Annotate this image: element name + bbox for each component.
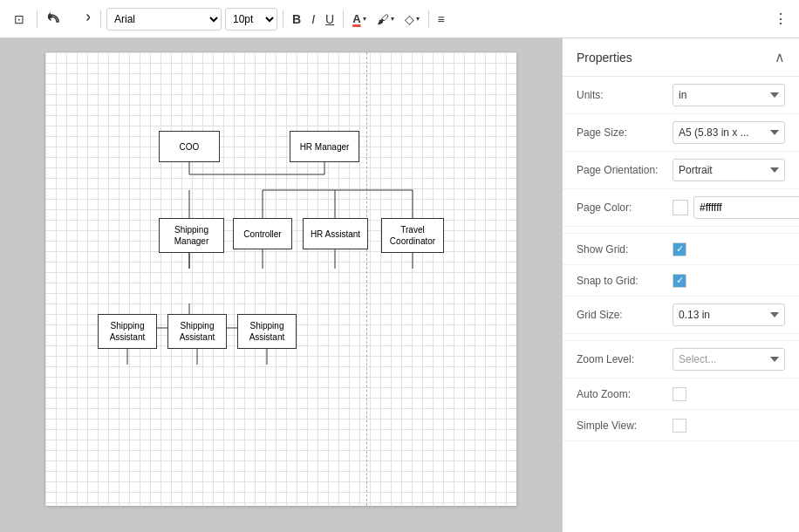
divider-4 (343, 10, 344, 28)
simpleview-checkmark: ✓ (676, 420, 684, 430)
font-color-button[interactable]: A ▾ (349, 7, 369, 31)
line-dropdown-icon: ▾ (416, 15, 420, 23)
prop-zoomlevel-control: Select... 50%75%100%125%150% (673, 348, 785, 371)
gridsize-select[interactable]: 0.13 in0.25 in0.5 in (673, 304, 785, 326)
org-box-sa2[interactable]: Shipping Assistant (167, 314, 227, 349)
org-box-sa1[interactable]: Shipping Assistant (98, 314, 157, 349)
prop-units-label: Units: (577, 89, 673, 101)
prop-showgrid-control: ✓ (673, 242, 785, 256)
prop-units-row: Units: incmptpx (563, 77, 799, 114)
org-box-coo[interactable]: COO (159, 131, 220, 162)
snaptogrid-checkbox[interactable]: ✓ (673, 274, 686, 288)
fill-color-icon: 🖌 (377, 12, 389, 26)
prop-simpleview-row: Simple View: ✓ (563, 410, 799, 441)
autozoom-checkbox[interactable]: ✓ (673, 387, 686, 401)
units-select[interactable]: incmptpx (673, 84, 785, 106)
prop-snaptogrid-row: Snap to Grid: ✓ (563, 265, 799, 297)
prop-pagesize-label: Page Size: (577, 126, 673, 139)
canvas-area[interactable]: COOHR ManagerShipping ManagerControllerH… (0, 38, 562, 532)
prop-pagesize-row: Page Size: A5 (5.83 in x ...A4Letter (563, 114, 799, 152)
prop-autozoom-control: ✓ (673, 387, 785, 401)
prop-color-label: Page Color: (577, 201, 673, 214)
page: COOHR ManagerShipping ManagerControllerH… (45, 52, 516, 506)
prop-simpleview-label: Simple View: (577, 419, 673, 432)
org-box-ctrl[interactable]: Controller (233, 218, 292, 249)
font-color-icon: A (352, 12, 360, 25)
color-input[interactable] (693, 196, 799, 219)
prop-showgrid-row: Show Grid: ✓ (563, 234, 799, 265)
prop-gridsize-control: 0.13 in0.25 in0.5 in (673, 304, 785, 326)
prop-orientation-row: Page Orientation: PortraitLandscape (563, 152, 799, 189)
spacer-1 (563, 227, 799, 234)
divider-3 (283, 10, 283, 28)
color-swatch[interactable] (673, 200, 688, 215)
prop-color-control: ▾ (673, 196, 799, 219)
prop-autozoom-row: Auto Zoom: ✓ (563, 379, 799, 410)
prop-autozoom-label: Auto Zoom: (577, 388, 673, 400)
font-family-select[interactable]: Arial Times New Roman Helvetica (106, 8, 222, 31)
align-button[interactable]: ≡ (434, 7, 448, 31)
properties-header: Properties ∧ (563, 38, 799, 77)
undo-button[interactable] (43, 7, 67, 31)
divider-5 (428, 10, 429, 28)
more-icon: ⋮ (774, 10, 789, 27)
fill-color-button[interactable]: 🖌 ▾ (373, 7, 398, 31)
fill-dropdown-icon: ▾ (391, 15, 394, 23)
spacer-2 (563, 334, 799, 341)
font-size-select[interactable]: 10pt 12pt 14pt (225, 8, 277, 31)
toolbar: ⊡ Arial Times New Roman Helvetica 10pt 1… (0, 0, 799, 38)
prop-units-control: incmptpx (673, 84, 785, 106)
properties-collapse-button[interactable]: ∧ (775, 49, 785, 65)
autozoom-checkmark: ✓ (676, 389, 684, 399)
prop-zoomlevel-row: Zoom Level: Select... 50%75%100%125%150% (563, 341, 799, 379)
org-box-tc[interactable]: Travel Coordinator (381, 218, 444, 253)
underline-button[interactable]: U (322, 7, 338, 31)
prop-simpleview-control: ✓ (673, 419, 785, 433)
prop-snaptogrid-label: Snap to Grid: (577, 275, 673, 287)
orientation-select[interactable]: PortraitLandscape (673, 159, 785, 181)
org-box-hrm[interactable]: HR Manager (290, 131, 359, 162)
simpleview-checkbox[interactable]: ✓ (673, 419, 686, 433)
color-row: ▾ (673, 196, 799, 219)
align-icon: ≡ (438, 12, 445, 26)
italic-button[interactable]: I (308, 7, 318, 31)
prop-gridsize-label: Grid Size: (577, 309, 673, 321)
showgrid-checkbox[interactable]: ✓ (673, 242, 686, 256)
prop-pagesize-control: A5 (5.83 in x ...A4Letter (673, 121, 785, 144)
prop-color-row: Page Color: ▾ (563, 189, 799, 227)
bold-button[interactable]: B (289, 7, 304, 31)
main-area: COOHR ManagerShipping ManagerControllerH… (0, 38, 799, 532)
redo-icon (76, 12, 90, 26)
font-color-dropdown-icon: ▾ (363, 15, 366, 23)
org-box-hra[interactable]: HR Assistant (303, 218, 368, 249)
divider-1 (37, 10, 38, 28)
undo-icon (48, 12, 62, 26)
exit-button[interactable]: ⊡ (7, 7, 31, 31)
prop-orientation-control: PortraitLandscape (673, 159, 785, 181)
properties-panel: Properties ∧ Units: incmptpx Page Size: … (562, 38, 799, 532)
more-options-button[interactable]: ⋮ (770, 7, 792, 31)
snaptogrid-checkmark: ✓ (676, 276, 684, 285)
page-break-line (366, 52, 367, 506)
org-box-sa3[interactable]: Shipping Assistant (237, 314, 297, 349)
zoomlevel-select[interactable]: Select... 50%75%100%125%150% (673, 348, 785, 371)
line-color-icon: ◇ (405, 12, 414, 26)
org-box-sm[interactable]: Shipping Manager (159, 218, 224, 253)
properties-title: Properties (577, 51, 632, 65)
line-color-button[interactable]: ◇ ▾ (401, 7, 423, 31)
showgrid-checkmark: ✓ (676, 244, 684, 254)
divider-2 (100, 10, 101, 28)
prop-gridsize-row: Grid Size: 0.13 in0.25 in0.5 in (563, 297, 799, 334)
pagesize-select[interactable]: A5 (5.83 in x ...A4Letter (673, 121, 785, 144)
prop-snaptogrid-control: ✓ (673, 274, 785, 288)
prop-zoomlevel-label: Zoom Level: (577, 353, 673, 365)
prop-orientation-label: Page Orientation: (577, 164, 673, 176)
redo-button[interactable] (71, 7, 95, 31)
prop-showgrid-label: Show Grid: (577, 243, 673, 256)
